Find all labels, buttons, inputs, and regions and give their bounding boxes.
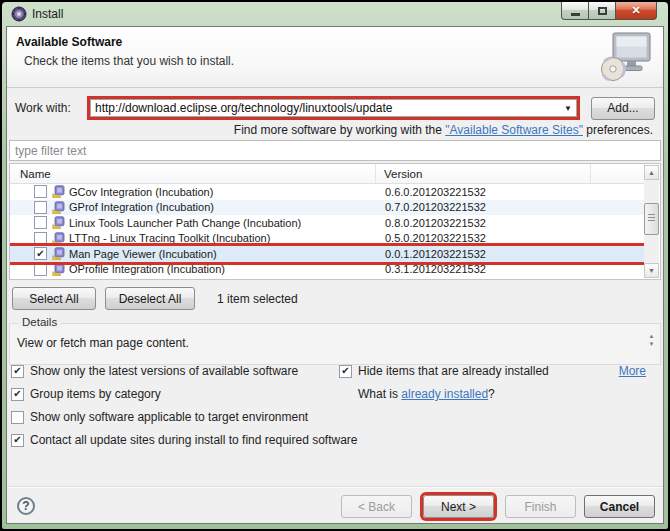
details-content: View or fetch man page content. [17,336,189,350]
table-scrollbar[interactable]: ▲ ▼ [644,165,659,278]
option-checkbox[interactable] [11,365,24,378]
option-label: Contact all update sites during install … [30,433,358,447]
footer-buttons: < Back Next > Finish Cancel [341,495,655,518]
row-label: GProf Integration (Incubation) [69,201,214,213]
what-is-suffix: ? [488,387,495,401]
next-button[interactable]: Next > [423,495,494,518]
work-with-input[interactable] [91,101,560,115]
row-label: LTTng - Linux Tracing Toolkit (Incubatio… [69,232,270,244]
deselect-all-button[interactable]: Deselect All [105,287,195,310]
wizard-header: Available Software Check the items that … [7,27,663,88]
row-label: OProfile Integration (Incubation) [69,263,225,275]
scroll-down-icon[interactable]: ▼ [649,341,655,347]
column-header-name[interactable]: Name [10,164,376,183]
maximize-icon [598,7,607,15]
work-with-row: Work with: ▼ Add... [15,96,655,120]
option-label: Show only software applicable to target … [30,410,308,424]
option-label: Hide items that are already installed [358,364,549,378]
plugin-table-body: GCov Integration (Incubation) 0.6.0.2012… [10,184,644,279]
row-version: 0.3.1.201203221532 [385,263,486,275]
page-title: Available Software [16,35,122,49]
options-right-column: Hide items that are already installed Wh… [339,364,549,401]
plugin-icon [52,232,65,245]
option-checkbox[interactable] [11,434,24,447]
table-row[interactable]: GProf Integration (Incubation) 0.7.0.201… [10,200,644,216]
details-label: Details [18,316,61,328]
already-installed-link[interactable]: already installed [401,387,488,401]
row-checkbox[interactable] [34,232,47,245]
scroll-up-icon[interactable]: ▲ [649,333,655,339]
option-row[interactable]: Show only the latest versions of availab… [11,364,358,378]
table-row[interactable]: LTTng - Linux Tracing Toolkit (Incubatio… [10,231,644,247]
option-row[interactable]: Hide items that are already installed [339,364,549,378]
close-button[interactable]: ✕ [615,2,657,20]
option-label: Show only the latest versions of availab… [30,364,298,378]
work-with-annotation: ▼ [87,96,580,120]
page-subtitle: Check the items that you wish to install… [24,54,234,68]
cancel-button[interactable]: Cancel [584,495,655,518]
plugin-table: Name Version GCov Integration (Incubatio… [9,163,661,280]
row-version: 0.8.0.201203221532 [385,217,486,229]
options-left-column: Show only the latest versions of availab… [11,364,358,456]
row-checkbox[interactable] [34,263,47,276]
row-checkbox[interactable] [34,247,47,260]
selection-row: Select All Deselect All 1 item selected [12,287,298,310]
window-controls: ✕ [561,2,657,20]
hint-prefix: Find more software by working with the [234,123,445,137]
filter-input[interactable] [9,140,661,161]
title-bar[interactable]: Install ✕ [2,2,668,26]
more-link[interactable]: More [619,364,646,378]
dialog-content: Available Software Check the items that … [6,26,664,524]
row-label: Linux Tools Launcher Path Change (Incuba… [69,217,301,229]
option-row[interactable]: Contact all update sites during install … [11,433,358,447]
scrollbar-thumb[interactable] [644,203,659,235]
row-label: GCov Integration (Incubation) [69,186,213,198]
eclipse-install-icon [11,6,27,22]
table-header: Name Version [10,164,660,184]
filter-box [9,140,661,161]
work-with-label: Work with: [15,101,87,115]
scroll-up-icon[interactable]: ▲ [644,165,659,180]
row-version: 0.5.0.201203221532 [385,232,486,244]
plugin-icon [52,247,65,260]
table-row[interactable]: Man Page Viewer (Incubation) 0.0.1.20120… [10,246,644,262]
add-button[interactable]: Add... [591,97,655,120]
table-row[interactable]: GCov Integration (Incubation) 0.6.0.2012… [10,184,644,200]
option-checkbox[interactable] [11,411,24,424]
row-version: 0.6.0.201203221532 [385,186,486,198]
minimize-button[interactable] [561,2,588,20]
row-label: Man Page Viewer (Incubation) [69,248,217,260]
install-software-icon [599,31,653,85]
available-software-sites-link[interactable]: "Available Software Sites" [445,123,583,137]
install-dialog-window: Install ✕ Available Software Check the i… [2,2,668,529]
row-version: 0.0.1.201203221532 [385,248,486,260]
plugin-icon [52,185,65,198]
hide-installed-checkbox[interactable] [339,365,352,378]
close-icon: ✕ [631,4,640,17]
chevron-down-icon[interactable]: ▼ [560,104,576,113]
what-is-line: What is already installed? [358,387,549,401]
table-row[interactable]: OProfile Integration (Incubation) 0.3.1.… [10,262,644,278]
find-more-hint: Find more software by working with the "… [234,123,653,137]
work-with-combo[interactable]: ▼ [90,99,577,117]
row-checkbox[interactable] [34,216,47,229]
table-row[interactable]: Linux Tools Launcher Path Change (Incuba… [10,215,644,231]
row-version: 0.7.0.201203221532 [385,201,486,213]
maximize-button[interactable] [588,2,615,20]
row-checkbox[interactable] [34,201,47,214]
row-checkbox[interactable] [34,185,47,198]
footer-bar: ? < Back Next > Finish Cancel [7,488,663,523]
screenshot-border: Install ✕ Available Software Check the i… [0,0,670,531]
option-checkbox[interactable] [11,388,24,401]
finish-button: Finish [505,495,576,518]
scroll-down-icon[interactable]: ▼ [644,263,659,278]
plugin-icon [52,201,65,214]
option-row[interactable]: Group items by category [11,387,358,401]
details-scroll[interactable]: ▲▼ [646,333,657,347]
help-button[interactable]: ? [17,497,35,515]
column-header-version[interactable]: Version [376,164,591,183]
option-row[interactable]: Show only software applicable to target … [11,410,358,424]
select-all-button[interactable]: Select All [12,287,96,310]
what-is-prefix: What is [358,387,401,401]
option-label: Group items by category [30,387,161,401]
